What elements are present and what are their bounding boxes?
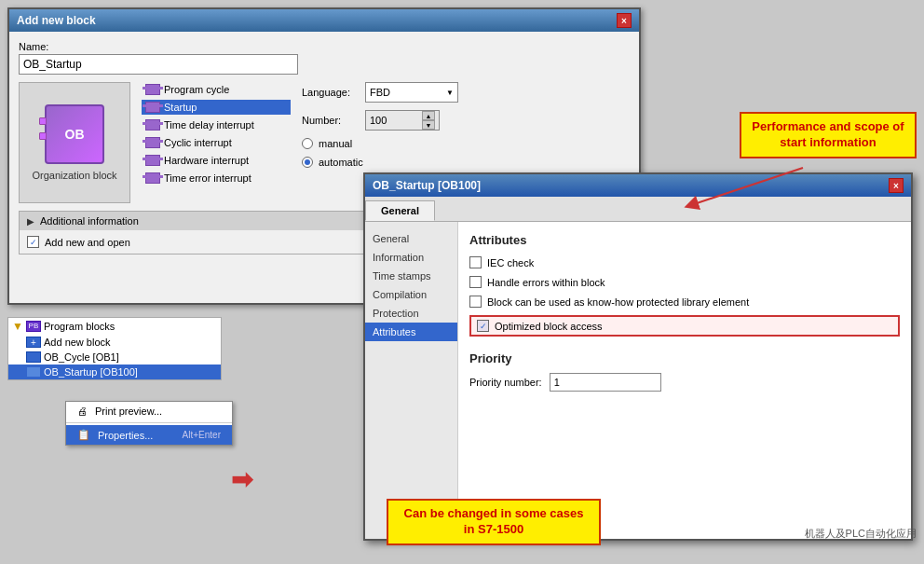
- block-type-label: Hardware interrupt: [164, 155, 249, 166]
- ob-cycle-icon: [26, 351, 41, 363]
- optimized-access-row: ✓ Optimized block access: [469, 315, 900, 337]
- block-type-startup[interactable]: Startup: [142, 100, 291, 115]
- add-block-titlebar: Add new block ×: [9, 9, 639, 32]
- priority-title: Priority: [469, 351, 900, 365]
- priority-input[interactable]: [550, 373, 661, 392]
- optimized-access-label: Optimized block access: [495, 321, 603, 332]
- context-item-properties[interactable]: 📋 Properties... Alt+Enter: [66, 425, 232, 445]
- iec-check-label: IEC check: [487, 257, 534, 268]
- number-label: Number:: [302, 115, 358, 126]
- automatic-radio-row[interactable]: automatic: [302, 157, 469, 168]
- tree-label: Program blocks: [44, 321, 115, 332]
- sidebar-item-attributes[interactable]: Attributes: [365, 323, 457, 341]
- name-input[interactable]: [19, 54, 298, 75]
- dropdown-arrow-icon: ▼: [446, 89, 454, 97]
- spinner-buttons: ▲ ▼: [422, 111, 435, 130]
- block-type-program-cycle[interactable]: Program cycle: [142, 82, 291, 97]
- ob-icon-text: OB: [65, 127, 85, 142]
- automatic-radio[interactable]: [302, 157, 313, 168]
- sidebar-item-timestamps[interactable]: Time stamps: [365, 267, 457, 285]
- number-value: 100: [370, 115, 387, 126]
- callout-arrow-line: [691, 168, 803, 205]
- add-block-title: Add new block: [17, 14, 96, 27]
- sidebar-item-general[interactable]: General: [365, 229, 457, 248]
- props-content: Attributes ✓ IEC check ✓ Handle errors w…: [458, 222, 911, 539]
- context-menu: 🖨 Print preview... 📋 Properties... Alt+E…: [65, 401, 233, 446]
- tab-general[interactable]: General: [365, 200, 435, 221]
- block-label: Organization block: [32, 170, 116, 181]
- block-type-label: Time delay interrupt: [164, 119, 254, 131]
- properties-icon: 📋: [77, 429, 90, 441]
- block-type-icon: [145, 102, 160, 113]
- context-item-print-preview[interactable]: 🖨 Print preview...: [66, 402, 232, 420]
- watermark-text: 机器人及PLC自动化应用: [805, 528, 917, 539]
- handle-errors-label: Handle errors within block: [487, 277, 605, 288]
- number-row: Number: 100 ▲ ▼: [302, 110, 469, 131]
- automatic-label: automatic: [319, 157, 363, 168]
- connector-dot: [39, 132, 47, 140]
- block-type-icon: [145, 137, 160, 148]
- sidebar-item-information[interactable]: Information: [365, 248, 457, 267]
- props-body: General Information Time stamps Compilat…: [365, 222, 911, 539]
- spinner-down-button[interactable]: ▼: [422, 120, 435, 130]
- props-tabs: General: [365, 197, 911, 222]
- language-label: Language:: [302, 87, 358, 98]
- manual-radio-row[interactable]: manual: [302, 138, 469, 149]
- language-row: Language: FBD ▼: [302, 82, 469, 103]
- language-value: FBD: [370, 87, 390, 98]
- tree-item-ob-startup[interactable]: OB_Startup [OB100]: [8, 365, 221, 379]
- svg-line-0: [691, 168, 803, 205]
- block-type-hardware[interactable]: Hardware interrupt: [142, 153, 291, 168]
- block-type-cyclic[interactable]: Cyclic interrupt: [142, 135, 291, 150]
- program-blocks-icon: PB: [26, 321, 41, 332]
- additional-info-label: Additional information: [40, 215, 139, 227]
- connector-dot: [39, 117, 47, 125]
- watermark: 机器人及PLC自动化应用: [805, 527, 917, 541]
- language-dropdown[interactable]: FBD ▼: [365, 82, 458, 103]
- context-item-label: Print preview...: [95, 406, 162, 417]
- know-how-checkbox[interactable]: ✓: [469, 296, 482, 308]
- block-type-label: Program cycle: [164, 84, 229, 95]
- ob-startup-icon: [26, 366, 41, 378]
- manual-radio[interactable]: [302, 138, 313, 149]
- sidebar-item-compilation[interactable]: Compilation: [365, 285, 457, 304]
- block-type-time-error[interactable]: Time error interrupt: [142, 171, 291, 186]
- priority-section: Priority Priority number:: [469, 351, 900, 392]
- name-row: Name:: [19, 41, 630, 75]
- context-item-label: Properties...: [98, 430, 153, 441]
- spinner-up-button[interactable]: ▲: [422, 111, 435, 120]
- properties-dialog: OB_Startup [OB100] × General General Inf…: [363, 172, 913, 541]
- block-type-label: Startup: [164, 102, 197, 113]
- add-block-close-button[interactable]: ×: [617, 13, 632, 28]
- red-arrow: ➡: [231, 464, 252, 495]
- optimized-access-checkbox[interactable]: ✓: [477, 320, 489, 332]
- expand-arrow-icon: ▶: [27, 216, 34, 227]
- number-input[interactable]: 100 ▲ ▼: [365, 110, 440, 131]
- folder-icon: ▼: [12, 320, 23, 333]
- handle-errors-row: ✓ Handle errors within block: [469, 276, 900, 288]
- iec-check-checkbox[interactable]: ✓: [469, 256, 482, 268]
- print-preview-icon: 🖨: [77, 406, 88, 417]
- priority-row: Priority number:: [469, 373, 900, 392]
- tree-label: OB_Startup [OB100]: [44, 366, 138, 378]
- name-label: Name:: [19, 41, 630, 52]
- block-type-time-delay[interactable]: Time delay interrupt: [142, 117, 291, 132]
- sidebar-item-protection[interactable]: Protection: [365, 304, 457, 323]
- block-icon-area: OB Organization block: [19, 82, 130, 203]
- tree-item-add-new[interactable]: + Add new block: [8, 335, 221, 350]
- properties-title: OB_Startup [OB100]: [373, 179, 481, 192]
- tree-item-program-blocks[interactable]: ▼ PB Program blocks: [8, 318, 221, 335]
- know-how-label: Block can be used as know-how protected …: [487, 296, 749, 308]
- iec-check-row: ✓ IEC check: [469, 256, 900, 268]
- tree-item-ob-cycle[interactable]: OB_Cycle [OB1]: [8, 350, 221, 365]
- ob-icon-connector: [39, 117, 47, 140]
- properties-close-button[interactable]: ×: [889, 178, 904, 193]
- tree-label: OB_Cycle [OB1]: [44, 351, 119, 363]
- block-type-icon: [145, 84, 160, 95]
- keyboard-shortcut: Alt+Enter: [183, 430, 221, 440]
- handle-errors-checkbox[interactable]: ✓: [469, 276, 482, 288]
- tree-label: Add new block: [44, 337, 111, 348]
- add-open-checkbox[interactable]: ✓: [27, 236, 39, 248]
- block-type-icon: [145, 155, 160, 166]
- callout-cases: Can be changed in some cases in S7-1500: [387, 499, 601, 545]
